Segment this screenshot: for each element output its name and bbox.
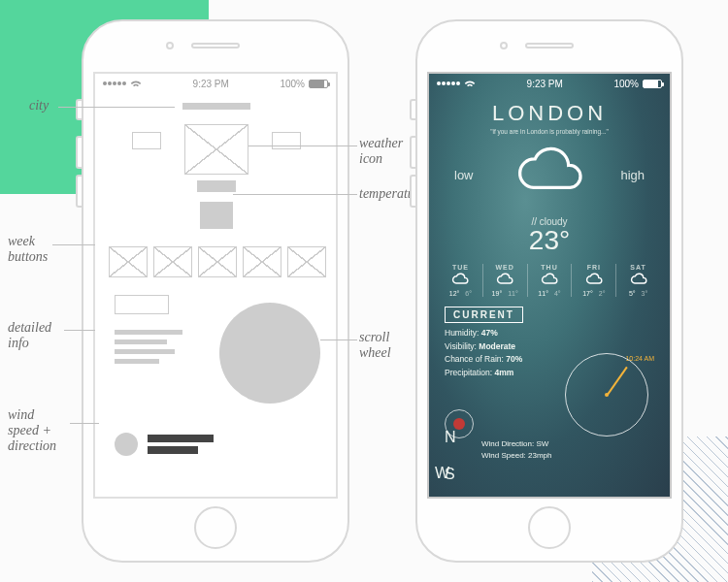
wf-detail-line	[115, 359, 159, 364]
low-label: low	[454, 168, 474, 182]
annotation-week-buttons: week buttons	[8, 234, 48, 265]
wifi-icon	[464, 80, 476, 88]
wf-detail-line	[115, 330, 182, 335]
home-button[interactable]	[194, 506, 237, 549]
annotation-city: city	[29, 98, 49, 113]
annotation-detailed-info: detailed info	[8, 320, 51, 351]
current-label: CURRENT	[445, 307, 523, 323]
forecast-day[interactable]: WED 19°11°	[482, 264, 527, 297]
forecast-row: TUE 12°6° WED 19°11° THU 11°4° FRI	[439, 264, 660, 297]
phone-camera	[166, 42, 174, 49]
wf-current-box	[115, 295, 169, 314]
wf-detail-line	[115, 349, 175, 354]
wf-side-box-left	[132, 132, 161, 149]
cloud-icon	[584, 273, 604, 286]
cloud-icon	[510, 141, 589, 203]
wf-city	[182, 103, 250, 110]
forecast-day[interactable]: FRI 17°2°	[571, 264, 615, 297]
wireframe-screen: 9:23 PM 100%	[93, 72, 338, 499]
scroll-wheel[interactable]	[565, 353, 648, 436]
wf-week-btn[interactable]	[287, 246, 326, 277]
phone-design: 9:23 PM 100% LONDON "if you are in Londo…	[415, 19, 683, 563]
city-name: LONDON	[429, 101, 670, 126]
forecast-day[interactable]: SAT 5°3°	[615, 264, 660, 297]
annotation-weather-icon: weather icon	[359, 136, 403, 167]
status-battery-pct: 100%	[613, 79, 639, 89]
forecast-day[interactable]: TUE 12°6°	[439, 264, 482, 297]
phone-speaker	[191, 43, 240, 48]
status-bar: 9:23 PM 100%	[95, 74, 336, 93]
cloud-icon	[540, 273, 559, 286]
wf-week-btn[interactable]	[153, 246, 192, 277]
cloud-icon	[629, 273, 648, 286]
wf-temperature	[200, 202, 233, 229]
home-button[interactable]	[528, 506, 571, 549]
phone-wireframe: 9:23 PM 100%	[82, 19, 349, 563]
wf-wind-text	[148, 446, 198, 454]
cloud-icon	[450, 273, 470, 286]
city-quote: "if you are in London is probably rainin…	[429, 128, 670, 135]
wf-scroll-wheel[interactable]	[219, 303, 320, 404]
wf-week-btn[interactable]	[109, 246, 148, 277]
condition-text: // cloudy	[429, 216, 670, 227]
wf-condition	[197, 180, 236, 192]
status-battery-pct: 100%	[280, 79, 305, 89]
phone-camera	[500, 42, 508, 49]
annotation-scroll-wheel: scroll wheel	[359, 330, 391, 361]
wf-weather-icon	[184, 124, 248, 175]
wf-week-btn[interactable]	[198, 246, 237, 277]
wf-week-btn[interactable]	[243, 246, 281, 277]
status-time: 9:23 PM	[527, 79, 563, 89]
temperature: 23°	[429, 225, 670, 256]
status-time: 9:23 PM	[193, 79, 229, 89]
status-bar: 9:23 PM 100%	[429, 74, 670, 93]
wind-text: Wind Direction: SW Wind Speed: 23mph	[481, 438, 552, 462]
wf-detail-line	[115, 340, 167, 344]
wf-compass	[115, 433, 138, 456]
battery-icon	[309, 80, 328, 88]
annotation-wind: wind speed + direction	[8, 407, 56, 454]
wf-side-box-right	[272, 132, 301, 149]
wf-wind-text	[148, 435, 214, 442]
battery-icon	[643, 80, 662, 88]
high-label: high	[620, 168, 645, 182]
phone-speaker	[525, 43, 574, 48]
cloud-icon	[495, 273, 514, 286]
wifi-icon	[130, 80, 142, 88]
design-screen: 9:23 PM 100% LONDON "if you are in Londo…	[427, 72, 672, 499]
forecast-day[interactable]: THU 11°4°	[527, 264, 572, 297]
